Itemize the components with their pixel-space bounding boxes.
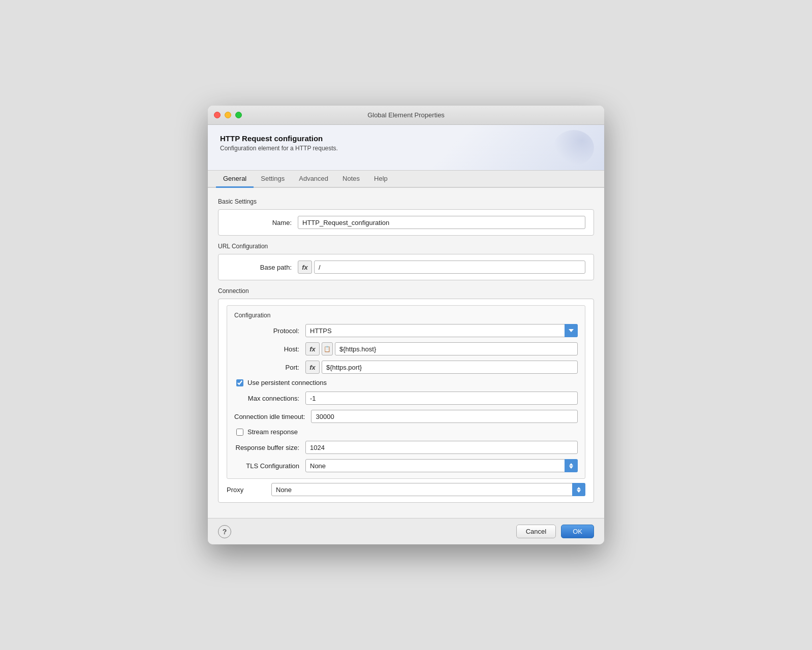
tab-settings[interactable]: Settings [254,171,292,188]
response-buffer-size-input[interactable] [305,441,578,454]
proxy-row: Proxy None [227,483,585,496]
proxy-select[interactable]: None [271,483,585,496]
base-path-label: Base path: [227,264,298,271]
url-config-box: Base path: fx [218,254,594,280]
host-input[interactable] [335,342,578,355]
connection-section-label: Connection [218,287,594,295]
maximize-button[interactable] [235,112,242,118]
traffic-lights [214,112,242,118]
help-button[interactable]: ? [218,525,231,538]
stream-response-label: Stream response [247,428,298,436]
base-path-fx-button[interactable]: fx [298,261,312,274]
port-fx-button[interactable]: fx [305,361,320,374]
idle-timeout-row: Connection idle timeout: [234,410,578,423]
idle-timeout-input[interactable] [311,410,578,423]
header-area: HTTP Request configuration Configuration… [208,125,604,171]
base-path-input[interactable] [314,261,585,274]
response-buffer-size-row: Response buffer size: [234,441,578,454]
proxy-select-wrapper: None [271,483,585,496]
port-input[interactable] [322,361,578,374]
cancel-button[interactable]: Cancel [516,525,556,538]
tls-config-label: TLS Configuration [234,462,305,470]
idle-timeout-label: Connection idle timeout: [234,413,311,420]
ok-button[interactable]: OK [561,525,594,538]
protocol-row: Protocol: HTTPS HTTP [234,324,578,337]
name-row: Name: [227,216,585,229]
tab-notes[interactable]: Notes [335,171,367,188]
tab-advanced[interactable]: Advanced [292,171,335,188]
connection-box: Configuration Protocol: HTTPS HTTP [218,299,594,503]
minimize-button[interactable] [225,112,231,118]
persistent-connections-checkbox[interactable] [236,379,243,386]
config-inner-label: Configuration [234,312,578,319]
name-label: Name: [227,219,298,226]
host-label: Host: [234,345,305,353]
header-decoration [553,130,594,166]
configuration-section: Configuration Protocol: HTTPS HTTP [227,305,585,479]
header-subtitle: Configuration element for a HTTP request… [220,145,592,152]
tabs-bar: General Settings Advanced Notes Help [208,171,604,188]
max-connections-input[interactable] [305,392,578,405]
tls-select-wrapper: None [305,459,578,472]
max-connections-label: Max connections: [234,395,305,402]
host-fx-button[interactable]: fx [305,342,320,355]
tab-help[interactable]: Help [367,171,395,188]
stream-response-row: Stream response [234,428,578,436]
tab-general[interactable]: General [216,171,254,188]
port-label: Port: [234,364,305,371]
main-window: Global Element Properties HTTP Request c… [208,106,604,544]
response-buffer-size-label: Response buffer size: [234,444,305,451]
footer: ? Cancel OK [208,518,604,544]
max-connections-row: Max connections: [234,392,578,405]
name-input[interactable] [298,216,585,229]
stream-response-checkbox[interactable] [236,429,243,436]
base-path-row: Base path: fx [227,261,585,274]
port-row: Port: fx [234,361,578,374]
proxy-label: Proxy [227,486,267,494]
persistent-connections-row: Use persistent connections [234,379,578,386]
protocol-label: Protocol: [234,327,305,335]
titlebar: Global Element Properties [208,106,604,125]
protocol-select[interactable]: HTTPS HTTP [305,324,578,337]
header-title: HTTP Request configuration [220,134,592,143]
tls-config-row: TLS Configuration None [234,459,578,472]
content-area: Basic Settings Name: URL Configuration B… [208,188,604,518]
close-button[interactable] [214,112,221,118]
tls-config-select[interactable]: None [305,459,578,472]
footer-buttons: Cancel OK [516,525,594,538]
host-row: Host: fx 📋 [234,342,578,355]
basic-settings-box: Name: [218,209,594,236]
host-var-button[interactable]: 📋 [322,342,333,355]
protocol-select-wrapper: HTTPS HTTP [305,324,578,337]
basic-settings-label: Basic Settings [218,198,594,205]
persistent-connections-label: Use persistent connections [247,379,327,386]
window-title: Global Element Properties [367,111,445,119]
url-config-label: URL Configuration [218,243,594,250]
